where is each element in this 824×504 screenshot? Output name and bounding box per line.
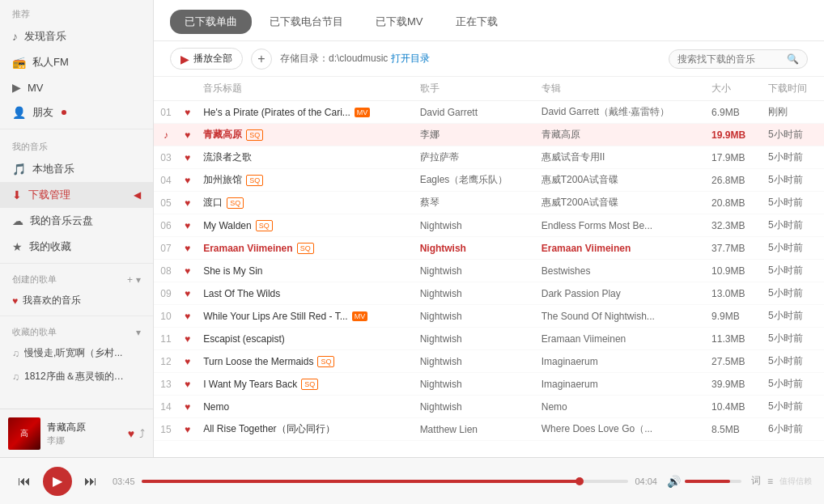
sidebar-item-local[interactable]: 🎵 本地音乐	[0, 156, 153, 182]
row-heart[interactable]: ♥	[178, 146, 197, 169]
heart-icon[interactable]: ♥	[185, 379, 190, 390]
song-title-text: My Walden	[203, 220, 252, 231]
heart-icon[interactable]: ♥	[185, 243, 190, 254]
player-bar: ⏮ ▶ ⏭ 03:45 04:04 🔊 词 ≡ 值得信赖	[0, 457, 824, 504]
playlist-item-slow[interactable]: ♫ 慢慢走,听宽啊（乡村...	[0, 341, 153, 365]
sidebar-item-collection[interactable]: ★ 我的收藏	[0, 234, 153, 260]
tab-downloaded-mv[interactable]: 已下载MV	[361, 10, 438, 34]
row-heart[interactable]: ♥	[178, 350, 197, 373]
playlist-item-1812[interactable]: ♫ 1812序曲＆惠灵顿的胜...	[0, 365, 153, 388]
volume-icon[interactable]: 🔊	[667, 475, 681, 488]
table-row[interactable]: 04♥加州旅馆SQEagles（老鹰乐队）惠威T200A试音碟26.8MB5小时…	[154, 169, 824, 192]
recommended-section-title: 推荐	[0, 0, 153, 23]
heart-icon[interactable]: ♥	[185, 265, 190, 277]
row-heart[interactable]: ♥	[178, 169, 197, 192]
play-all-icon: ▶	[181, 53, 189, 66]
heart-icon[interactable]: ♥	[185, 424, 190, 435]
row-heart[interactable]: ♥	[178, 282, 197, 305]
heart-icon[interactable]: ♥	[185, 175, 190, 186]
table-row[interactable]: 09♥Last Of The WildsNightwishDark Passio…	[154, 282, 824, 305]
add-playlist-icon[interactable]: +	[127, 274, 133, 286]
heart-icon[interactable]: ♥	[185, 197, 190, 209]
prev-button[interactable]: ⏮	[12, 469, 36, 493]
sidebar-item-download[interactable]: ⬇ 下载管理 ◀	[0, 182, 153, 208]
table-header: 音乐标题 歌手 专辑 大小 下载时间	[154, 77, 824, 101]
mv-icon[interactable]: MV	[355, 108, 371, 117]
row-title: My WaldenSQ	[197, 214, 414, 237]
heart-icon[interactable]: ♥	[185, 356, 190, 367]
tab-downloaded-radio[interactable]: 已下载电台节目	[255, 10, 358, 34]
heart-icon[interactable]: ♥	[185, 401, 190, 413]
row-title: I Want My Tears BackSQ	[197, 373, 414, 396]
heart-icon[interactable]: ♥	[185, 333, 190, 345]
now-playing-share-icon[interactable]: ⤴	[139, 427, 145, 440]
table-row[interactable]: 10♥While Your Lips Are Still Red - T...M…	[154, 305, 824, 328]
table-row[interactable]: 15♥All Rise Together（同心同行）Matthew LienWh…	[154, 418, 824, 441]
table-row[interactable]: 12♥Turn Loose the MermaidsSQNightwishIma…	[154, 350, 824, 373]
row-heart[interactable]: ♥	[178, 418, 197, 441]
table-row[interactable]: 08♥She is My SinNightwishBestwishes10.9M…	[154, 260, 824, 282]
row-heart[interactable]: ♥	[178, 214, 197, 237]
heart-icon[interactable]: ♥	[185, 220, 190, 231]
row-num: 04	[154, 169, 178, 192]
tab-downloading[interactable]: 正在下载	[441, 10, 512, 34]
row-heart[interactable]: ♥	[178, 124, 197, 146]
now-playing-heart-icon[interactable]: ♥	[128, 427, 134, 440]
row-size: 17.9MB	[705, 146, 762, 169]
playlist-item-liked[interactable]: ♥ 我喜欢的音乐	[0, 289, 153, 312]
table-row[interactable]: 05♥渡口SQ蔡琴惠威T200A试音碟20.8MB5小时前	[154, 192, 824, 214]
table-row[interactable]: 03♥流浪者之歌萨拉萨蒂惠威试音专用II17.9MB5小时前	[154, 146, 824, 169]
friends-badge	[62, 110, 66, 115]
row-heart[interactable]: ♥	[178, 396, 197, 418]
sidebar-item-mv[interactable]: ▶ MV	[0, 75, 153, 100]
play-all-button[interactable]: ▶ 播放全部	[170, 48, 243, 70]
cloud-label: 我的音乐云盘	[30, 214, 93, 228]
heart-icon[interactable]: ♥	[185, 129, 190, 141]
sidebar-item-friends[interactable]: 👤 朋友	[0, 100, 153, 125]
table-row[interactable]: 14♥NemoNightwishNemo10.4MB5小时前	[154, 396, 824, 418]
sidebar-item-discover[interactable]: ♪ 发现音乐	[0, 23, 153, 49]
row-num: 12	[154, 350, 178, 373]
open-dir-link[interactable]: 打开目录	[391, 53, 430, 64]
tab-downloaded-songs[interactable]: 已下载单曲	[170, 10, 252, 34]
expand-created-icon[interactable]: ▾	[136, 274, 141, 286]
row-heart[interactable]: ♥	[178, 192, 197, 214]
row-heart[interactable]: ♥	[178, 328, 197, 350]
row-heart[interactable]: ♥	[178, 260, 197, 282]
search-box: 🔍	[669, 49, 808, 69]
row-title: Turn Loose the MermaidsSQ	[197, 350, 414, 373]
sidebar-item-cloud[interactable]: ☁ 我的音乐云盘	[0, 208, 153, 234]
row-heart[interactable]: ♥	[178, 237, 197, 260]
table-row[interactable]: 13♥I Want My Tears BackSQNightwishImagin…	[154, 373, 824, 396]
mv-icon[interactable]: MV	[352, 311, 368, 321]
volume-bar[interactable]	[685, 480, 741, 483]
sidebar-item-fm[interactable]: 📻 私人FM	[0, 49, 153, 75]
heart-icon[interactable]: ♥	[185, 107, 190, 118]
heart-icon[interactable]: ♥	[185, 152, 190, 163]
progress-bar[interactable]	[142, 480, 629, 483]
add-button[interactable]: +	[251, 49, 272, 70]
play-button[interactable]: ▶	[43, 467, 72, 496]
row-album: Eramaan Viimeinen	[535, 328, 705, 350]
row-heart[interactable]: ♥	[178, 305, 197, 328]
next-button[interactable]: ⏭	[79, 469, 103, 493]
heart-icon[interactable]: ♥	[185, 311, 190, 322]
created-playlists-actions[interactable]: + ▾	[127, 274, 141, 286]
search-input[interactable]	[677, 53, 783, 65]
table-row[interactable]: ♪♥青藏高原SQ李娜青藏高原19.9MB5小时前	[154, 124, 824, 146]
table-row[interactable]: 11♥Escapist (escapist)NightwishEramaan V…	[154, 328, 824, 350]
heart-icon[interactable]: ♥	[185, 288, 190, 299]
now-playing-artist: 李娜	[47, 434, 121, 447]
lyrics-icon[interactable]: 词	[751, 474, 761, 488]
song-title-text: 青藏高原	[203, 128, 242, 142]
table-row[interactable]: 07♥Eramaan ViimeinenSQNightwishEramaan V…	[154, 237, 824, 260]
row-heart[interactable]: ♥	[178, 373, 197, 396]
row-size: 6.9MB	[705, 101, 762, 124]
expand-collected-icon[interactable]: ▾	[136, 327, 141, 338]
now-playing-thumb[interactable]: 高	[8, 417, 40, 450]
created-playlists-label: 创建的歌单	[12, 273, 57, 286]
row-heart[interactable]: ♥	[178, 101, 197, 124]
table-row[interactable]: 06♥My WaldenSQNightwishEndless Forms Mos…	[154, 214, 824, 237]
equalizer-icon[interactable]: ≡	[767, 476, 773, 487]
table-row[interactable]: 01♥He's a Pirate (Pirates of the Cari...…	[154, 101, 824, 124]
